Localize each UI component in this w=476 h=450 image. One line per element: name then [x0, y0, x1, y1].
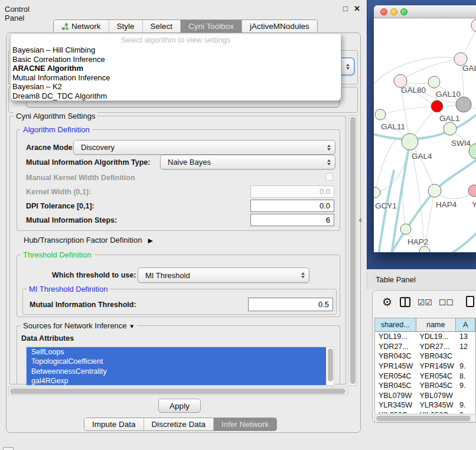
close-window-icon[interactable]: ✕: [354, 4, 360, 13]
close-traffic-light-icon[interactable]: [380, 8, 387, 15]
table-panel-header: Table Panel: [367, 269, 476, 289]
table-row[interactable]: YBL079WYBL079W: [375, 391, 475, 401]
network-node[interactable]: [419, 246, 430, 252]
table-row[interactable]: YPR145WYPR145W9.: [375, 361, 475, 371]
mi-steps-field[interactable]: 6: [250, 214, 334, 226]
data-attribute-item-selected[interactable]: BetweennessCentrality: [27, 367, 326, 376]
data-attribute-item-selected[interactable]: TopologicalCoefficient: [27, 357, 326, 366]
network-node[interactable]: [428, 184, 441, 197]
tab-discretize-data[interactable]: Discretize Data: [144, 418, 214, 431]
zoom-traffic-light-icon[interactable]: [400, 8, 407, 15]
network-node[interactable]: [444, 122, 457, 135]
tab-infer-network[interactable]: Infer Network: [213, 418, 276, 431]
network-edge[interactable]: [403, 142, 410, 229]
table-row[interactable]: YDL19...YDL19...13: [375, 332, 475, 342]
algorithm-option[interactable]: Bayesian – K2: [11, 82, 341, 92]
kernel-width-field[interactable]: 0.0: [250, 185, 334, 198]
algorithm-option[interactable]: Dream8 DC_TDC Algorithm: [11, 92, 341, 101]
column-layout-icon[interactable]: [400, 297, 410, 307]
network-edge-highlighted[interactable]: [428, 226, 476, 252]
table-cell: 8.: [456, 372, 475, 380]
minimize-traffic-light-icon[interactable]: [390, 8, 397, 15]
network-edge[interactable]: [380, 106, 437, 115]
manual-kernel-checkbox[interactable]: [325, 173, 333, 181]
network-edge-highlighted[interactable]: [379, 171, 394, 252]
network-node-label: GAL80: [401, 86, 426, 94]
table-panel-title: Table Panel: [376, 275, 416, 284]
network-node[interactable]: [375, 109, 386, 120]
data-attribute-item-selected[interactable]: gal4RGexp: [27, 376, 326, 385]
data-attributes-list[interactable]: SelfLoopsTopologicalCoefficientBetweenne…: [26, 347, 334, 386]
table-row[interactable]: YER054CYER054C8.: [375, 371, 475, 381]
tab-network[interactable]: Network: [54, 20, 109, 32]
panel-splitter-handle[interactable]: [358, 218, 361, 223]
deselect-all-checkboxes-icon[interactable]: ☐☐: [439, 298, 454, 307]
network-canvas-svg[interactable]: GALGAL80GAL10GAL1GAL11SWI4GAL4GCY1HAP4YH…: [374, 18, 476, 252]
data-attribute-item-selected[interactable]: SelfLoops: [27, 347, 326, 357]
list-vertical-scrollbar[interactable]: [326, 347, 334, 385]
network-edge-highlighted[interactable]: [435, 159, 476, 191]
algorithm-option[interactable]: Mutual Information Inference: [11, 73, 341, 83]
algorithm-dropdown-items: Bayesian – Hill ClimbingBasic Correlatio…: [11, 45, 341, 101]
table-row[interactable]: YIL052CYIL052C9.: [375, 410, 475, 413]
table-row[interactable]: YLR345WYLR345W9.: [375, 400, 475, 410]
network-node[interactable]: [374, 187, 380, 198]
network-view-window[interactable]: GALGAL80GAL10GAL1GAL11SWI4GAL4GCY1HAP4YH…: [374, 5, 476, 253]
column-header-a[interactable]: A: [456, 318, 475, 331]
network-node[interactable]: [402, 133, 418, 150]
tab-style[interactable]: Style: [109, 20, 142, 32]
network-edge[interactable]: [375, 138, 397, 193]
settings-gear-icon[interactable]: ⚙: [382, 295, 392, 309]
expand-arrow-icon[interactable]: ▶: [148, 237, 152, 244]
algorithm-option[interactable]: ARACNE Algorithm: [11, 64, 341, 73]
list-scrollbar-thumb[interactable]: [328, 348, 333, 381]
hub-definition-section[interactable]: Hub/Transcription Factor Definition▶: [24, 236, 153, 244]
network-node[interactable]: [400, 224, 411, 234]
column-header-name[interactable]: name: [416, 318, 457, 331]
column-header-shared[interactable]: shared...: [375, 318, 416, 331]
table-cell: YBR043C: [375, 352, 416, 360]
tab-jactivemnodules[interactable]: jActiveMNodules: [242, 20, 317, 32]
network-node[interactable]: [456, 97, 471, 112]
settings-vertical-scrollbar[interactable]: [348, 115, 357, 386]
mi-steps-label: Mutual Information Steps:: [26, 216, 117, 224]
settings-vscroll-thumb[interactable]: [350, 117, 356, 384]
network-node-label: GCY1: [375, 201, 397, 210]
algorithm-option[interactable]: Bayesian – Hill Climbing: [11, 45, 341, 55]
mi-threshold-field[interactable]: 0.5: [248, 298, 333, 311]
table-row[interactable]: YBR043CYBR043C: [375, 351, 475, 361]
apply-button[interactable]: Apply: [158, 399, 201, 413]
table-horizontal-scrollbar[interactable]: [374, 414, 476, 422]
aracne-mode-label: Aracne Mode:: [26, 144, 75, 152]
table-cell: YIL052C: [375, 411, 416, 413]
tab-select[interactable]: Select: [142, 20, 181, 32]
aracne-mode-combo[interactable]: Discovery: [73, 140, 335, 155]
select-all-checkboxes-icon[interactable]: ☑☑: [418, 298, 432, 307]
table-cell: YDL19...: [375, 332, 416, 341]
tab-impute-data[interactable]: Impute Data: [84, 418, 144, 431]
settings-horizontal-scrollbar[interactable]: [8, 387, 348, 395]
network-window-titlebar[interactable]: [374, 5, 476, 18]
which-threshold-combo[interactable]: MI Threshold: [138, 268, 309, 283]
tab-cyni-toolbox[interactable]: Cyni Toolbox: [180, 20, 242, 32]
algorithm-option[interactable]: Basic Correlation Inference: [11, 55, 341, 64]
network-node[interactable]: [468, 185, 476, 197]
combo-spinner-icon: [346, 64, 354, 70]
network-node[interactable]: [431, 100, 443, 112]
collapsed-panel-icon[interactable]: [3, 447, 14, 450]
table-row[interactable]: YBR045CYBR045C9.: [375, 381, 475, 391]
dpi-tolerance-field[interactable]: 0.0: [250, 200, 334, 212]
new-table-document-icon[interactable]: [466, 296, 474, 307]
settings-hscroll-thumb[interactable]: [10, 389, 345, 394]
collapse-arrow-icon[interactable]: ▼: [129, 323, 135, 330]
table-row[interactable]: YDR27...YDR27...12: [375, 342, 475, 352]
network-node[interactable]: [428, 76, 440, 88]
table-hscroll-thumb[interactable]: [376, 416, 471, 421]
network-node-label: GAL4: [412, 152, 432, 161]
mi-type-combo[interactable]: Naive Bayes: [160, 155, 335, 169]
table-cell: YDR27...: [416, 343, 457, 351]
float-window-icon[interactable]: □: [343, 4, 348, 13]
network-canvas[interactable]: GALGAL80GAL10GAL1GAL11SWI4GAL4GCY1HAP4YH…: [374, 18, 476, 252]
network-tab-icon: [61, 23, 69, 30]
network-node[interactable]: [471, 19, 476, 32]
